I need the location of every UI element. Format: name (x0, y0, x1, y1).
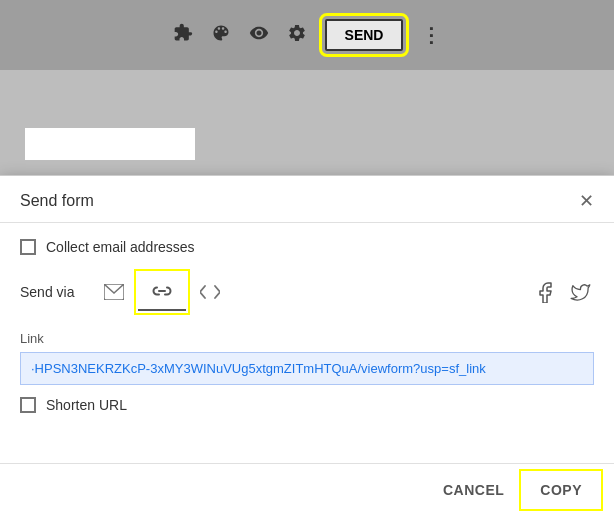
puzzle-icon[interactable] (173, 23, 193, 48)
svg-rect-1 (535, 281, 557, 303)
collect-email-checkbox[interactable] (20, 239, 36, 255)
dialog-header: Send form ✕ (0, 176, 614, 223)
link-section: Link ·HPSN3NEKRZKcP-3xMY3WINuVUg5xtgmZIT… (20, 331, 594, 385)
send-via-row: Send via (20, 273, 594, 311)
send-via-email-icon[interactable] (90, 273, 138, 311)
collect-email-label: Collect email addresses (46, 239, 195, 255)
link-url-display[interactable]: ·HPSN3NEKRZKcP-3xMY3WINuVUg5xtgmZITmHTQu… (20, 352, 594, 385)
send-via-link-icon[interactable] (138, 273, 186, 311)
more-menu-icon[interactable]: ⋮ (421, 23, 441, 47)
gear-icon[interactable] (287, 23, 307, 48)
palette-icon[interactable] (211, 23, 231, 48)
cancel-button[interactable]: CANCEL (427, 474, 520, 506)
shorten-url-row: Shorten URL (20, 397, 594, 413)
send-via-embed-icon[interactable] (186, 273, 234, 311)
twitter-icon[interactable] (566, 278, 594, 306)
eye-icon[interactable] (249, 23, 269, 48)
social-icons (532, 278, 594, 306)
canvas-area (0, 70, 614, 175)
send-form-dialog: Send form ✕ Collect email addresses Send… (0, 175, 614, 516)
dialog-close-button[interactable]: ✕ (579, 192, 594, 210)
copy-button[interactable]: COPY (524, 474, 598, 506)
facebook-icon[interactable] (532, 278, 560, 306)
shorten-url-checkbox[interactable] (20, 397, 36, 413)
dialog-body: Collect email addresses Send via (0, 223, 614, 463)
dialog-footer: CANCEL COPY (0, 463, 614, 516)
send-button[interactable]: SEND (325, 19, 404, 51)
send-via-icons (90, 273, 594, 311)
send-via-label: Send via (20, 284, 90, 300)
shorten-url-label: Shorten URL (46, 397, 127, 413)
form-input-mock (25, 128, 195, 160)
collect-email-row: Collect email addresses (20, 239, 594, 255)
toolbar: SEND ⋮ (0, 0, 614, 70)
dialog-title: Send form (20, 192, 94, 210)
toolbar-area: SEND ⋮ (0, 0, 614, 175)
link-section-label: Link (20, 331, 594, 346)
